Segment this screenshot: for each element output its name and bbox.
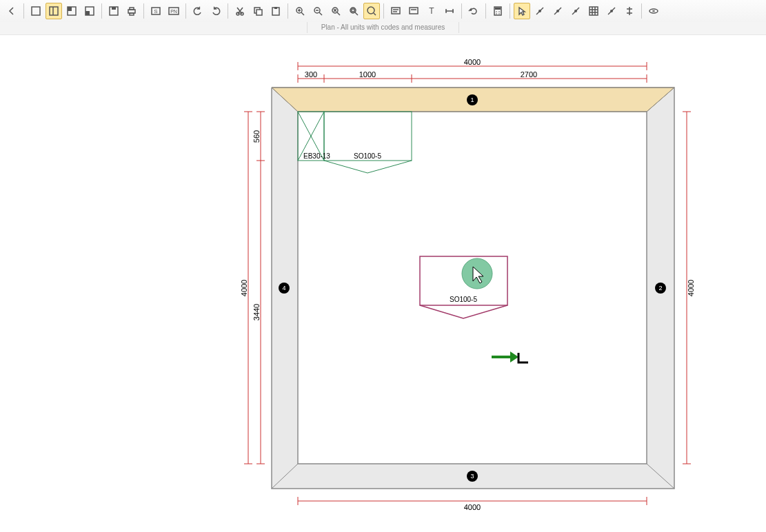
snap4-icon[interactable] [603,3,620,19]
zoom-highlight-icon[interactable] [363,3,380,19]
refresh-icon[interactable] [465,3,482,19]
plan-canvas[interactable]: 1 2 3 4 4000 [0,36,766,532]
layout-split-icon[interactable] [46,3,62,19]
svg-text:3440: 3440 [252,304,261,320]
redo-icon[interactable] [208,3,224,19]
zoom-out-icon[interactable] [310,3,326,19]
svg-rect-38 [392,8,400,14]
svg-rect-1 [50,7,58,15]
zoom-fit-icon[interactable] [327,3,344,19]
svg-text:560: 560 [252,130,261,143]
paste-icon[interactable] [268,3,284,19]
svg-rect-21 [256,10,262,15]
svg-text:SO100-5: SO100-5 [354,152,381,160]
snap2-icon[interactable] [550,3,566,19]
code-s-icon[interactable]: S [148,3,164,19]
tool-last-icon[interactable] [645,3,662,19]
svg-rect-35 [352,9,354,12]
svg-text:2: 2 [658,285,662,291]
svg-point-51 [496,13,497,14]
svg-rect-10 [130,8,134,10]
svg-text:S: S [154,8,157,14]
svg-text:4: 4 [282,285,285,291]
code-pn-icon[interactable]: PN [165,3,182,19]
svg-text:1: 1 [470,96,474,103]
toolbar-separator [383,3,384,19]
dim-icon[interactable] [441,3,458,19]
note-icon[interactable] [387,3,404,19]
svg-line-29 [319,12,322,15]
svg-text:4000: 4000 [464,503,481,511]
zoom-select-icon[interactable] [345,3,362,19]
svg-line-25 [301,12,304,15]
svg-text:4000: 4000 [464,58,481,66]
svg-text:1000: 1000 [359,70,376,79]
toolbar-separator [101,3,102,19]
tab-bar: Plan - All units with codes and measures [0,22,766,35]
svg-point-36 [367,7,374,14]
zoom-in-icon[interactable] [292,3,308,19]
svg-rect-41 [410,8,418,14]
svg-line-37 [374,13,376,15]
toolbar-separator [143,3,144,19]
unit-selected-label: SO100-5 [450,296,477,303]
align-icon[interactable] [621,3,638,19]
svg-point-56 [556,10,559,12]
toolbar-separator [510,3,510,19]
svg-text:3: 3 [470,473,474,480]
click-indicator [462,258,492,289]
svg-text:4000: 4000 [240,280,248,296]
toolbar-separator [23,3,24,19]
svg-line-34 [355,12,358,15]
svg-rect-0 [32,7,40,15]
toolbar-separator [485,3,486,19]
svg-text:EB30-13: EB30-13 [303,152,330,160]
svg-rect-8 [112,7,116,10]
toolbar-separator [288,3,288,19]
view-tab[interactable]: Plan - All units with codes and measures [307,22,460,33]
svg-text:4000: 4000 [687,280,695,296]
toolbar-separator [228,3,228,19]
svg-rect-59 [589,7,598,15]
snap3-icon[interactable] [567,3,584,19]
svg-point-54 [538,10,541,12]
copy-icon[interactable] [250,3,266,19]
svg-text:2700: 2700 [521,70,537,79]
layout-4-icon[interactable] [81,3,98,19]
svg-rect-6 [85,11,90,15]
cut-icon[interactable] [232,3,248,19]
svg-point-65 [610,10,613,12]
layout-full-icon[interactable] [28,3,44,19]
toolbar-separator [461,3,462,19]
note2-icon[interactable] [405,3,422,19]
svg-point-58 [574,10,577,12]
calc-icon[interactable] [490,3,506,19]
save-icon[interactable] [105,3,122,19]
print-icon[interactable] [123,3,140,19]
toolbar-separator [185,3,186,19]
svg-point-49 [496,11,497,12]
svg-text:T: T [429,6,434,16]
svg-line-32 [337,12,340,15]
svg-point-70 [652,10,655,12]
svg-rect-4 [68,7,72,11]
pointer-icon[interactable] [514,3,530,19]
svg-rect-11 [130,13,134,15]
svg-point-50 [498,11,500,12]
svg-point-33 [350,8,356,13]
svg-rect-23 [274,7,277,9]
toolbar-separator [641,3,642,19]
snap1-icon[interactable] [532,3,548,19]
text-icon[interactable]: T [423,3,440,19]
toolbar: SPNT [0,0,766,23]
svg-point-52 [498,13,500,14]
svg-rect-48 [495,8,501,10]
svg-text:PN: PN [170,9,177,14]
undo-icon[interactable] [190,3,206,19]
grid-icon[interactable] [585,3,602,19]
back-icon[interactable] [3,3,20,19]
svg-text:300: 300 [305,70,317,79]
layout-grid-icon[interactable] [63,3,80,19]
